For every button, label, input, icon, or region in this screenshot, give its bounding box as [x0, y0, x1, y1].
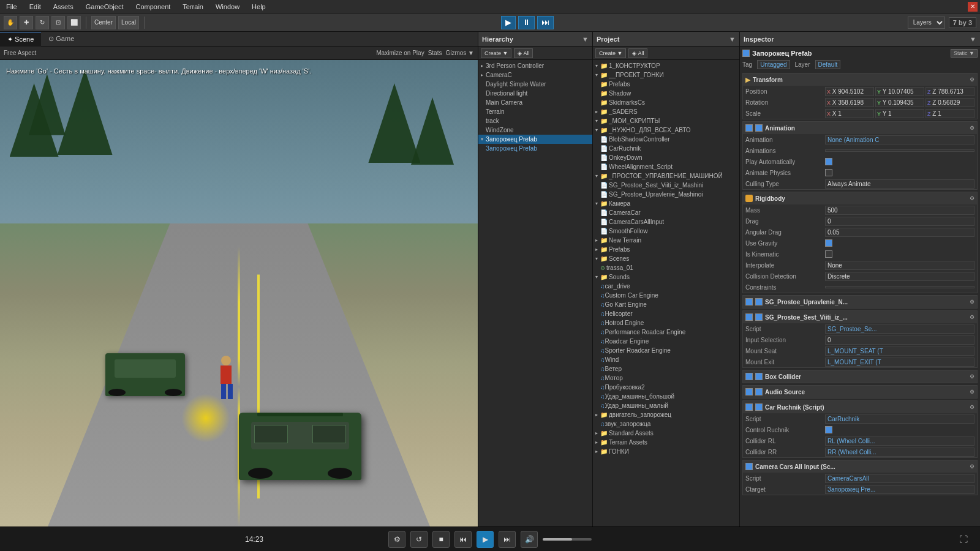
list-item[interactable]: Terrain [478, 107, 592, 116]
media-play-btn[interactable]: ▶ [477, 531, 494, 548]
box-collider-header[interactable]: Box Collider ⚙ [743, 370, 977, 383]
pos-y-field[interactable]: Y Y 10.07405 [875, 87, 924, 96]
proj-item[interactable]: ♫Hotrod Engine [593, 318, 739, 328]
step-button[interactable]: ⏭ [537, 16, 554, 29]
object-enabled-checkbox[interactable] [742, 50, 750, 57]
angular-drag-value[interactable]: 0.05 [825, 228, 974, 237]
local-btn[interactable]: Local [118, 16, 139, 29]
project-close[interactable]: ▼ [729, 36, 736, 43]
car-ruchnik-script-value[interactable]: CarRuchnik [825, 414, 974, 424]
car-ruchnik-header[interactable]: Car Ruchnik (Script) ⚙ [743, 401, 977, 413]
menu-gameobject[interactable]: GameObject [80, 3, 130, 10]
media-volume-btn[interactable]: 🔊 [521, 531, 538, 548]
toolbar-rect-btn[interactable]: ⬜ [67, 16, 81, 29]
gizmos-btn[interactable]: Gizmos ▼ [445, 50, 474, 56]
rigidbody-header[interactable]: Rigidbody ⚙ [743, 192, 977, 204]
proj-item[interactable]: ♫Go Kart Engine [593, 300, 739, 309]
animation-anim-value[interactable]: None (Animation C [825, 135, 974, 144]
proj-item[interactable]: 📄SG_Prostoe_Upravlenie_Mashinoi [593, 190, 739, 199]
animation-settings-icon[interactable]: ⚙ [970, 125, 974, 131]
layers-dropdown[interactable]: Layers [908, 17, 945, 29]
culling-value[interactable]: Always Animate [825, 179, 974, 189]
static-badge[interactable]: Static ▼ [951, 49, 978, 58]
proj-item[interactable]: ▾📁Scenes [593, 254, 739, 263]
car-ruchnik-enabled2[interactable] [755, 403, 763, 411]
list-item[interactable]: Запорожец Prefab [478, 144, 592, 153]
animations-value[interactable] [825, 149, 974, 152]
proj-item[interactable]: ♫car_drive [593, 282, 739, 291]
car-ruchnik-settings-icon[interactable]: ⚙ [970, 404, 974, 410]
media-stop-btn[interactable]: ■ [432, 531, 450, 548]
box-collider-enabled2[interactable] [755, 373, 763, 380]
proj-item[interactable]: ▸📁ГОНКИ [593, 447, 739, 456]
list-item[interactable]: ▸3rd Person Controller [478, 61, 592, 70]
proj-item[interactable]: 📄CarRuchnik [593, 144, 739, 153]
rot-x-field[interactable]: X X 358.6198 [825, 98, 874, 107]
play-button[interactable]: ▶ [501, 16, 516, 29]
proj-item[interactable]: ♫Sporter Roadcar Engine [593, 346, 739, 355]
menu-file[interactable]: File [0, 3, 23, 10]
camera-script-value[interactable]: CameraCarsAll [825, 474, 974, 483]
sg-enabled1[interactable] [745, 298, 753, 305]
media-settings-btn[interactable]: ⚙ [388, 531, 405, 548]
sg-sest-enabled2[interactable] [755, 313, 763, 321]
rigidbody-settings-icon[interactable]: ⚙ [970, 195, 974, 201]
proj-item[interactable]: ♫Helicopter [593, 309, 739, 318]
list-item[interactable]: Main Camera [478, 98, 592, 107]
collider-rr-value[interactable]: RR (Wheel Colli... [825, 448, 974, 457]
menu-component[interactable]: Component [129, 3, 176, 10]
proj-item[interactable]: ▸📁двигатель_запорожец [593, 410, 739, 419]
proj-item[interactable]: ♫Wind [593, 355, 739, 364]
fullscreen-btn[interactable]: ⛶ [959, 534, 968, 544]
menu-edit[interactable]: Edit [23, 3, 47, 10]
stats-btn[interactable]: Stats [428, 50, 442, 56]
animation-toggle[interactable] [755, 124, 763, 132]
pos-x-field[interactable]: X X 904.5102 [825, 87, 874, 96]
project-all-btn[interactable]: ◈ All [628, 48, 647, 58]
proj-item[interactable]: ▾📁_ПРОСТОЕ_УПРАВЛЕНИЕ_МАШИНОЙ [593, 171, 739, 181]
proj-item[interactable]: ♫Ветер [593, 364, 739, 373]
ctarget-value[interactable]: Запорожец Pre... [825, 485, 974, 494]
list-item[interactable]: Daylight Simple Water [478, 80, 592, 89]
scale-y-field[interactable]: Y Y 1 [875, 109, 924, 118]
menu-help[interactable]: Help [246, 3, 272, 10]
layer-value[interactable]: Default [815, 60, 841, 69]
inspector-close[interactable]: ▼ [970, 36, 976, 43]
transform-settings-icon[interactable]: ⚙ [970, 77, 974, 83]
menu-terrain[interactable]: Terrain [176, 3, 209, 10]
sg-sest-header[interactable]: SG_Prostoe_Sest_Viiti_iz_... ⚙ [743, 311, 977, 323]
camera-cars-settings-icon[interactable]: ⚙ [970, 463, 974, 470]
proj-item[interactable]: 📄SmoothFollow [593, 227, 739, 236]
audio-source-settings-icon[interactable]: ⚙ [970, 389, 974, 395]
project-create-btn[interactable]: Create ▼ [595, 48, 626, 58]
mount-exit-value[interactable]: L_MOUNT_EXIT (T [825, 358, 974, 367]
sg-sest-enabled1[interactable] [745, 313, 753, 321]
proj-item[interactable]: ▾📁Sounds [593, 272, 739, 282]
tag-value[interactable]: Untagged [757, 60, 790, 69]
rot-y-field[interactable]: Y Y 0.109435 [875, 98, 924, 107]
list-item-selected[interactable]: ▾Запорожец Prefab [478, 135, 592, 144]
sg-sest-settings-icon[interactable]: ⚙ [970, 314, 974, 320]
toolbar-move-btn[interactable]: ✚ [20, 16, 33, 29]
proj-item[interactable]: ♫Performance Roadcar Engine [593, 328, 739, 337]
audio-source-header[interactable]: Audio Source ⚙ [743, 386, 977, 398]
proj-item[interactable]: ♫звук_запорожца [593, 419, 739, 429]
proj-item[interactable]: ⚙trassa_01 [593, 263, 739, 272]
scene-tab[interactable]: ✦ Scene [0, 32, 41, 47]
proj-item[interactable]: ▸📁Standard Assets [593, 429, 739, 438]
menu-assets[interactable]: Assets [47, 3, 80, 10]
car-ruchnik-enabled1[interactable] [745, 403, 753, 411]
audio-source-enabled1[interactable] [745, 388, 753, 395]
pause-button[interactable]: ⏸ [518, 16, 535, 29]
proj-item[interactable]: 📄CameraCarsAllInput [593, 217, 739, 227]
aspect-dropdown[interactable]: Free Aspect [4, 50, 36, 56]
constraints-value[interactable] [825, 286, 974, 288]
proj-item[interactable]: ▾📁1_КОНСТРУКТОР [593, 61, 739, 70]
proj-item[interactable]: 📄CameraCar [593, 208, 739, 217]
sg-settings-icon[interactable]: ⚙ [970, 299, 974, 305]
proj-item[interactable]: ♫Удар_машины_малый [593, 401, 739, 410]
proj-item[interactable]: ♫Custom Car Engine [593, 291, 739, 300]
box-collider-enabled1[interactable] [745, 373, 753, 380]
proj-item[interactable]: ♫Пробуксовка2 [593, 383, 739, 392]
proj-item[interactable]: ▾📁Камера [593, 199, 739, 208]
